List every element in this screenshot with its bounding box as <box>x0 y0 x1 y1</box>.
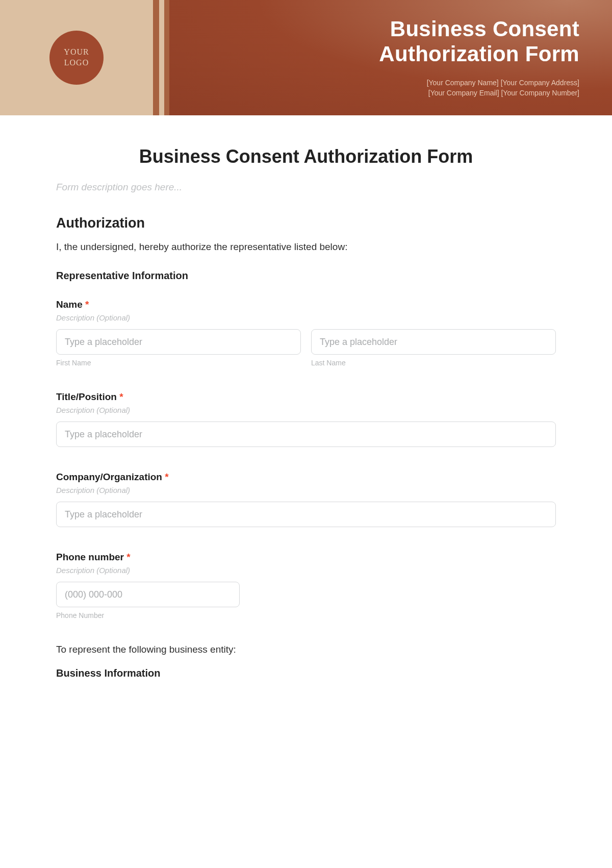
banner-title-line2: Authorization Form <box>379 42 579 66</box>
company-input[interactable] <box>56 502 556 527</box>
banner-right: Business Consent Authorization Form [You… <box>169 0 612 115</box>
phone-field: Phone number * Description (Optional) Ph… <box>56 552 556 619</box>
authorization-heading: Authorization <box>56 215 556 231</box>
phone-desc: Description (Optional) <box>56 566 556 575</box>
form-title: Business Consent Authorization Form <box>56 146 556 167</box>
phone-input[interactable] <box>56 582 240 607</box>
banner-title: Business Consent Authorization Form <box>379 17 579 66</box>
name-label: Name * <box>56 299 556 310</box>
logo-text-line1: YOUR <box>64 47 89 58</box>
title-position-desc: Description (Optional) <box>56 406 556 414</box>
last-name-sublabel: Last Name <box>311 359 556 367</box>
header-banner: YOUR LOGO Business Consent Authorization… <box>0 0 612 115</box>
representative-info-heading: Representative Information <box>56 270 556 282</box>
phone-label: Phone number * <box>56 552 556 563</box>
phone-label-text: Phone number <box>56 552 124 562</box>
company-desc: Description (Optional) <box>56 486 556 494</box>
logo-placeholder: YOUR LOGO <box>49 31 104 85</box>
first-name-sublabel: First Name <box>56 359 301 367</box>
company-label: Company/Organization * <box>56 472 556 483</box>
required-mark: * <box>119 391 123 402</box>
banner-left: YOUR LOGO <box>0 0 153 115</box>
authorization-text: I, the undersigned, hereby authorize the… <box>56 241 556 253</box>
title-position-label-text: Title/Position <box>56 391 117 402</box>
banner-title-line1: Business Consent <box>379 17 579 41</box>
business-info-heading: Business Information <box>56 667 556 679</box>
form-description[interactable]: Form description goes here... <box>56 182 556 193</box>
logo-text-line2: LOGO <box>64 58 89 68</box>
name-label-text: Name <box>56 299 83 310</box>
name-field: Name * Description (Optional) First Name… <box>56 299 556 367</box>
stripe <box>159 0 164 115</box>
company-label-text: Company/Organization <box>56 472 162 482</box>
required-mark: * <box>165 472 168 482</box>
stripe <box>153 0 159 115</box>
title-position-input[interactable] <box>56 421 556 447</box>
title-position-field: Title/Position * Description (Optional) <box>56 391 556 447</box>
entity-text: To represent the following business enti… <box>56 644 556 655</box>
required-mark: * <box>85 299 89 310</box>
banner-meta: [Your Company Name] [Your Company Addres… <box>427 78 579 98</box>
banner-meta-line2: [Your Company Email] [Your Company Numbe… <box>427 88 579 98</box>
banner-stripes <box>153 0 169 115</box>
form-content: Business Consent Authorization Form Form… <box>0 115 612 700</box>
title-position-label: Title/Position * <box>56 391 556 403</box>
company-field: Company/Organization * Description (Opti… <box>56 472 556 527</box>
phone-sublabel: Phone Number <box>56 611 556 619</box>
name-desc: Description (Optional) <box>56 313 556 322</box>
stripe <box>164 0 169 115</box>
required-mark: * <box>126 552 130 562</box>
last-name-input[interactable] <box>311 329 556 355</box>
banner-meta-line1: [Your Company Name] [Your Company Addres… <box>427 78 579 88</box>
first-name-input[interactable] <box>56 329 301 355</box>
